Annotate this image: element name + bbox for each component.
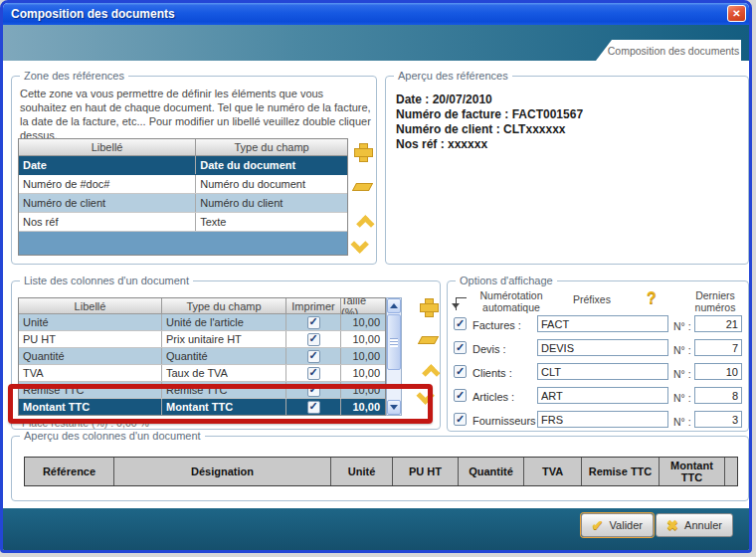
articles-label: Articles : [472, 391, 514, 403]
column-row-remise-ttc[interactable]: Remise TTC Remise TTC 10,00 [19, 382, 385, 399]
column-row-unite[interactable]: Unité Unité de l'article 10,00 [19, 314, 385, 331]
liste-colonnes-group: Liste des colonnes d'un document Libellé… [11, 280, 441, 430]
move-reference-up-button[interactable] [350, 210, 374, 232]
scrollbar-thumb[interactable] [387, 314, 401, 370]
table-row-date[interactable]: Date Date du document [19, 156, 347, 175]
preview-col-unite: Unité [331, 458, 393, 485]
preview-col-designation: Désignation [114, 458, 331, 485]
imprimer-checkbox[interactable] [307, 401, 320, 414]
fournisseurs-label: Fournisseurs : [472, 415, 542, 427]
column-row-tva[interactable]: TVA Taux de TVA 10,00 [19, 365, 385, 382]
document-columns-preview-header: Référence Désignation Unité PU HT Quanti… [24, 457, 738, 486]
fournisseurs-prefix-input[interactable] [537, 411, 668, 428]
minus-icon [417, 336, 438, 344]
add-reference-button[interactable] [350, 140, 374, 162]
columns-table-scrollbar[interactable] [386, 297, 402, 416]
grip-icon [390, 338, 398, 347]
options-affichage-title: Options d'affichage [456, 275, 557, 286]
clients-label: Clients : [472, 367, 512, 379]
articles-number-input[interactable] [694, 387, 742, 404]
option-row-fournisseurs: Fournisseurs : N° : [448, 411, 748, 431]
numero-label: N° : [673, 392, 691, 404]
plus-icon [420, 298, 437, 315]
preview-line-facture: Numéro de facture : FACT001567 [396, 107, 583, 122]
fournisseurs-number-input[interactable] [694, 411, 742, 428]
devis-label: Devis : [472, 343, 506, 355]
titlebar[interactable]: Composition des documents ✕ [3, 3, 749, 25]
table-row-numero-doc[interactable]: Numéro de #doc# Numéro du document [19, 175, 347, 194]
table-row-numero-client[interactable]: Numéro de client Numéro du client [19, 194, 347, 213]
clients-number-input[interactable] [694, 363, 742, 380]
chevron-up-icon [356, 215, 374, 233]
numero-label: N° : [673, 344, 691, 356]
move-column-up-button[interactable] [416, 359, 440, 381]
close-icon: ✕ [732, 8, 740, 19]
table-row-nos-ref[interactable]: Nos réf Texte [19, 213, 347, 232]
col-header-imprimer: Imprimer [286, 298, 341, 313]
factures-label: Factures : [472, 319, 521, 331]
option-row-clients: Clients : N° : [448, 363, 748, 383]
minus-icon [351, 183, 372, 191]
imprimer-checkbox[interactable] [307, 384, 320, 397]
help-icon[interactable]: ? [647, 289, 657, 307]
imprimer-checkbox[interactable] [307, 367, 320, 380]
references-preview: Date : 20/07/2010 Numéro de facture : FA… [396, 93, 583, 152]
fournisseurs-checkbox[interactable] [454, 413, 467, 426]
apercu-references-group: Aperçu des références Date : 20/07/2010 … [385, 76, 749, 265]
annuler-button[interactable]: ✖ Annuler [656, 513, 733, 537]
scroll-up-button[interactable] [387, 298, 401, 313]
dialog-window: Composition des documents ✕ Composition … [0, 0, 752, 553]
numero-label: N° : [673, 368, 691, 380]
column-row-montant-ttc[interactable]: Montant TTC Montant TTC 10,00 [19, 399, 385, 416]
apercu-colonnes-group: Aperçu des colonnes d'un document Référe… [11, 436, 749, 501]
numero-label: N° : [673, 320, 691, 332]
devis-prefix-input[interactable] [537, 339, 668, 356]
columns-table-header: Libellé Type du champ Imprimer Taille (%… [19, 298, 385, 314]
preview-col-reference: Référence [25, 458, 114, 485]
tab-label: Composition des documents [598, 45, 740, 57]
clients-checkbox[interactable] [454, 365, 467, 378]
imprimer-checkbox[interactable] [307, 350, 320, 363]
imprimer-checkbox[interactable] [307, 333, 320, 346]
arrow-down-icon [390, 405, 398, 414]
zone-references-group: Zone des références Cette zone va vous p… [11, 76, 377, 265]
column-row-quantite[interactable]: Quantité Quantité 10,00 [19, 348, 385, 365]
add-column-button[interactable] [416, 295, 440, 317]
zone-references-description: Cette zone va vous permettre de définir … [20, 87, 372, 142]
preview-line-nosref: Nos réf : xxxxxx [396, 137, 583, 152]
preview-col-empty [725, 458, 737, 485]
close-button[interactable]: ✕ [727, 5, 746, 22]
footer-bar: ✔ Valider ✖ Annuler [3, 508, 749, 550]
valider-button[interactable]: ✔ Valider [581, 513, 654, 537]
references-table: Libellé Type du champ Date Date du docum… [18, 138, 348, 256]
move-column-down-button[interactable] [416, 387, 440, 409]
scroll-down-button[interactable] [387, 400, 401, 415]
references-table-header: Libellé Type du champ [19, 139, 347, 156]
articles-checkbox[interactable] [454, 389, 467, 402]
articles-prefix-input[interactable] [537, 387, 668, 404]
tab-composition-des-documents[interactable]: Composition des documents [596, 40, 741, 61]
preview-col-remise-ttc: Remise TTC [582, 458, 660, 485]
remove-column-button[interactable] [416, 329, 440, 351]
plus-icon [354, 143, 371, 160]
preview-line-date: Date : 20/07/2010 [396, 93, 583, 107]
chevron-down-icon [416, 386, 434, 404]
col-header-libelle: Libellé [19, 139, 196, 155]
valider-label: Valider [610, 519, 643, 531]
scrollbar-track[interactable] [387, 371, 401, 400]
factures-prefix-input[interactable] [537, 315, 668, 332]
imprimer-checkbox[interactable] [307, 316, 320, 329]
devis-checkbox[interactable] [454, 341, 467, 354]
window-title: Composition des documents [11, 7, 175, 21]
arrow-up-icon [390, 299, 398, 308]
header-band: Composition des documents [3, 25, 749, 61]
preview-col-montant-ttc: Montant TTC [660, 458, 725, 485]
factures-number-input[interactable] [694, 315, 742, 332]
clients-prefix-input[interactable] [537, 363, 668, 380]
column-row-puht[interactable]: PU HT Prix unitaire HT 10,00 [19, 331, 385, 348]
move-reference-down-button[interactable] [350, 236, 374, 258]
devis-number-input[interactable] [694, 339, 742, 356]
factures-checkbox[interactable] [454, 317, 467, 330]
numero-label: N° : [673, 416, 691, 428]
remove-reference-button[interactable] [350, 176, 374, 198]
